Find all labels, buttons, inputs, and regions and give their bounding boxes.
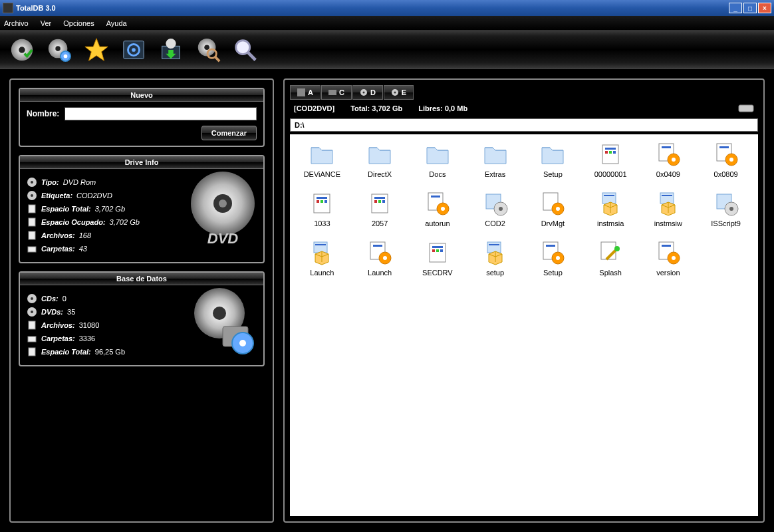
espacio-total-label: Espacio Total: — [41, 348, 91, 356]
file-item[interactable]: autorun — [412, 190, 463, 227]
magnifier-icon — [233, 37, 258, 63]
file-item[interactable]: Setup — [527, 239, 579, 277]
toolbar-disc-gear-button[interactable] — [43, 36, 76, 64]
nombre-label: Nombre: — [27, 109, 59, 118]
file-item[interactable]: 2057 — [354, 190, 406, 227]
svg-rect-84 — [604, 195, 614, 196]
svg-rect-49 — [739, 105, 753, 112]
dvds-value: 35 — [67, 308, 75, 316]
menu-opciones[interactable]: Opciones — [63, 19, 94, 27]
toolbar-disc-check-button[interactable] — [5, 36, 39, 64]
file-item[interactable]: 00000001 — [585, 141, 636, 178]
path-bar[interactable]: D:\ — [290, 118, 758, 132]
minimize-button[interactable]: _ — [729, 3, 742, 13]
dvd-graphic-icon: DVD — [186, 170, 259, 250]
svg-rect-25 — [29, 231, 35, 239]
libres-label: Libres: — [418, 104, 443, 112]
file-item[interactable]: DEViANCE — [297, 141, 348, 178]
file-item[interactable]: DirectX — [354, 141, 406, 178]
espacio-total-value: 3,702 Gb — [95, 205, 125, 213]
disc-icon — [27, 190, 37, 201]
toolbar-disc-search-button[interactable] — [192, 36, 225, 64]
comenzar-button[interactable]: Comenzar — [201, 126, 257, 140]
carpetas-value: 3336 — [79, 334, 95, 342]
file-item[interactable]: 0x0809 — [700, 141, 751, 178]
svg-rect-101 — [487, 242, 501, 253]
install-disc-icon — [713, 190, 739, 217]
close-button[interactable]: × — [758, 3, 771, 13]
file-item[interactable]: setup — [469, 239, 521, 277]
svg-rect-70 — [374, 200, 377, 203]
maximize-button[interactable]: □ — [743, 3, 757, 13]
toolbar-download-button[interactable] — [154, 36, 188, 64]
file-item[interactable]: ISScript9 — [700, 190, 751, 227]
window-title: TotalDB 3.0 — [16, 4, 729, 12]
svg-rect-93 — [373, 245, 382, 247]
file-item[interactable]: Launch — [297, 239, 348, 277]
drive-tab-c[interactable]: C — [321, 85, 352, 100]
file-item[interactable]: Launch — [354, 239, 406, 277]
nuevo-section: Nuevo Nombre: Comenzar — [19, 88, 265, 147]
file-item[interactable]: 0x0409 — [643, 141, 694, 178]
menu-ver[interactable]: Ver — [41, 19, 52, 27]
gear-icon — [121, 37, 146, 63]
drive-tab-e[interactable]: E — [384, 85, 414, 100]
svg-point-3 — [55, 46, 61, 51]
toolbar-magnifier-button[interactable] — [229, 36, 262, 64]
file-label: SECDRV — [422, 269, 453, 277]
drive-tab-d[interactable]: D — [352, 85, 383, 100]
svg-point-76 — [441, 207, 445, 211]
file-item[interactable]: Docs — [412, 141, 463, 178]
svg-marker-6 — [85, 38, 108, 60]
svg-point-14 — [204, 45, 209, 50]
toolbar-star-button[interactable] — [80, 36, 113, 64]
database-graphic-icon — [186, 287, 259, 360]
config-gear-icon — [713, 141, 739, 168]
file-item[interactable]: COD2 — [469, 190, 521, 227]
app-icon — [3, 3, 13, 13]
file-icon — [27, 203, 37, 214]
disc-icon — [27, 293, 37, 304]
file-label: ISScript9 — [711, 219, 741, 227]
menu-ayuda[interactable]: Ayuda — [106, 19, 127, 27]
titlebar: TotalDB 3.0 _ □ × — [0, 0, 774, 16]
dvds-label: DVDs: — [41, 308, 63, 316]
drive-tab-a[interactable]: A — [290, 85, 321, 100]
archivos-value: 168 — [79, 231, 91, 239]
disc-icon — [360, 88, 368, 96]
file-item[interactable]: SECDRV — [412, 239, 463, 277]
file-item[interactable]: instmsiw — [643, 190, 694, 227]
svg-point-20 — [31, 181, 33, 184]
file-item[interactable]: 1033 — [297, 190, 348, 227]
file-icon — [27, 230, 37, 241]
file-label: Setup — [543, 170, 563, 178]
svg-rect-85 — [660, 193, 674, 203]
file-item[interactable]: instmsia — [585, 190, 636, 227]
file-item[interactable]: Extras — [469, 141, 521, 178]
file-label: version — [656, 269, 680, 277]
file-item[interactable]: DrvMgt — [527, 190, 579, 227]
svg-rect-86 — [662, 195, 672, 196]
folder-icon — [27, 333, 37, 344]
svg-point-5 — [64, 54, 68, 58]
toolbar-prefs-button[interactable] — [117, 36, 150, 64]
file-label: 0x0409 — [656, 170, 680, 178]
svg-rect-24 — [29, 218, 35, 226]
folder-icon — [27, 243, 37, 254]
file-area[interactable]: DEViANCEDirectXDocsExtrasSetup000000010x… — [290, 134, 758, 516]
svg-rect-37 — [29, 348, 35, 356]
nombre-input[interactable] — [64, 107, 257, 120]
file-item[interactable]: version — [643, 239, 694, 277]
file-label: DirectX — [368, 170, 392, 178]
archivos-value: 31080 — [79, 321, 100, 329]
file-item[interactable]: Setup — [527, 141, 579, 178]
file-item[interactable]: Splash — [585, 239, 636, 277]
svg-rect-98 — [432, 249, 435, 252]
svg-point-32 — [31, 297, 33, 300]
svg-rect-64 — [317, 197, 327, 199]
svg-point-22 — [31, 194, 33, 197]
espacio-ocupado-value: 3,702 Gb — [110, 218, 140, 226]
base-datos-header: Base de Datos — [20, 273, 263, 285]
folder-icon — [366, 141, 393, 168]
menu-archivo[interactable]: Archivo — [4, 19, 29, 27]
